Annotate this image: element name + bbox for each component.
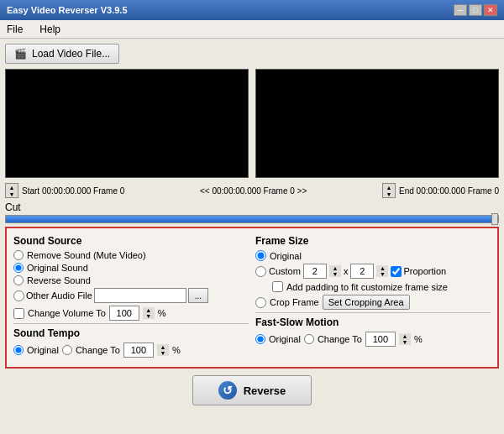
reverse-button[interactable]: ↺ Reverse: [192, 375, 312, 405]
video-panel-left: [5, 69, 249, 178]
fast-slow-title: Fast-Slow Motion: [255, 316, 491, 328]
tempo-spinner[interactable]: ▲ ▼: [157, 344, 169, 356]
middle-time: << 00:00:00.000 Frame 0 >>: [128, 186, 379, 196]
tempo-change-radio[interactable]: [62, 345, 72, 355]
proportion-checkbox[interactable]: [391, 266, 402, 277]
cut-thumb[interactable]: [491, 213, 498, 225]
end-up-arrow[interactable]: ▲: [383, 184, 395, 191]
remove-sound-row: Remove Sound (Mute Video): [13, 250, 249, 260]
reverse-btn-label: Reverse: [244, 384, 286, 397]
load-icon: 🎬: [14, 48, 27, 60]
title-bar: Easy Video Reverser V3.9.5 ─ □ ✕: [0, 0, 504, 20]
motion-change-label: Change To: [318, 334, 362, 344]
cut-slider-fill: [6, 216, 498, 222]
settings-panel: Sound Source Remove Sound (Mute Video) O…: [5, 227, 499, 369]
remove-sound-radio[interactable]: [13, 250, 24, 260]
motion-original-radio[interactable]: [255, 334, 265, 344]
set-crop-button[interactable]: Set Cropping Area: [323, 295, 410, 310]
motion-spinner[interactable]: ▲ ▼: [399, 333, 411, 345]
main-content: 🎬 Load Video File... ▲ ▼ Start 00:00:00.…: [0, 39, 504, 434]
motion-up-arrow[interactable]: ▲: [399, 333, 411, 339]
other-audio-radio[interactable]: [13, 290, 24, 301]
tempo-down-arrow[interactable]: ▼: [157, 350, 169, 356]
frame-width-spinner[interactable]: ▲ ▼: [329, 265, 341, 277]
other-audio-input[interactable]: [94, 288, 186, 303]
proportion-label: Proportion: [403, 266, 446, 276]
motion-percent: %: [414, 334, 423, 344]
volume-percent: %: [158, 308, 166, 318]
frame-custom-radio[interactable]: [255, 266, 266, 277]
start-up-arrow[interactable]: ▲: [6, 184, 18, 191]
tempo-input[interactable]: [123, 342, 154, 358]
end-spinner[interactable]: ▲ ▼: [382, 183, 396, 198]
frame-custom-label: Custom: [269, 266, 301, 276]
frame-height-down[interactable]: ▼: [376, 271, 388, 277]
motion-input[interactable]: [365, 332, 396, 347]
crop-frame-radio[interactable]: [255, 297, 266, 308]
original-sound-row: Original Sound: [13, 263, 249, 273]
padding-checkbox[interactable]: [272, 281, 283, 292]
load-video-button[interactable]: 🎬 Load Video File...: [5, 44, 119, 64]
motion-change-radio[interactable]: [304, 334, 314, 344]
end-down-arrow[interactable]: ▼: [383, 191, 395, 197]
cut-label: Cut: [5, 201, 499, 213]
frame-width-input[interactable]: [303, 264, 327, 279]
motion-down-arrow[interactable]: ▼: [399, 339, 411, 345]
tempo-original-label: Original: [27, 345, 59, 355]
remove-sound-label: Remove Sound (Mute Video): [27, 250, 146, 260]
volume-up-arrow[interactable]: ▲: [143, 307, 155, 313]
tempo-original-radio[interactable]: [13, 345, 24, 355]
toolbar: 🎬 Load Video File...: [5, 44, 499, 64]
volume-down-arrow[interactable]: ▼: [143, 313, 155, 319]
start-down-arrow[interactable]: ▼: [6, 191, 18, 197]
settings-right: Frame Size Original Custom ▲ ▼ x ▲ ▼: [255, 235, 491, 360]
original-sound-label: Original Sound: [27, 263, 88, 273]
frame-height-up[interactable]: ▲: [376, 265, 388, 271]
frame-size-title: Frame Size: [255, 235, 491, 247]
original-sound-radio[interactable]: [13, 263, 24, 273]
frame-original-radio[interactable]: [255, 250, 266, 261]
cut-slider-track[interactable]: [5, 215, 499, 223]
tempo-change-label: Change To: [76, 345, 120, 355]
reverse-btn-area: ↺ Reverse: [5, 375, 499, 405]
close-button[interactable]: ✕: [484, 4, 497, 16]
crop-frame-label: Crop Frame: [270, 297, 319, 307]
menu-help[interactable]: Help: [36, 22, 64, 37]
menu-file[interactable]: File: [3, 22, 26, 37]
reverse-sound-label: Reverse Sound: [27, 275, 91, 285]
proportion-check: Proportion: [391, 266, 446, 277]
menu-bar: File Help: [0, 20, 504, 39]
minimize-button[interactable]: ─: [454, 4, 467, 16]
volume-row: Change Volume To ▲ ▼ %: [13, 306, 249, 321]
window-controls: ─ □ ✕: [454, 4, 497, 16]
browse-button[interactable]: ...: [188, 288, 208, 303]
reverse-sound-row: Reverse Sound: [13, 275, 249, 285]
divider2: [255, 312, 491, 313]
frame-original-row: Original: [255, 250, 491, 261]
end-time: End 00:00:00.000 Frame 0: [399, 186, 499, 196]
timeline-area: ▲ ▼ Start 00:00:00.000 Frame 0 << 00:00:…: [5, 183, 499, 198]
frame-height-spinner[interactable]: ▲ ▼: [376, 265, 388, 277]
tempo-up-arrow[interactable]: ▲: [157, 344, 169, 350]
volume-input[interactable]: [109, 306, 139, 321]
change-volume-checkbox[interactable]: [13, 308, 24, 319]
frame-width-down[interactable]: ▼: [329, 271, 341, 277]
fast-slow-section: Fast-Slow Motion Original Change To ▲ ▼ …: [255, 316, 491, 347]
maximize-button[interactable]: □: [469, 4, 482, 16]
load-btn-label: Load Video File...: [32, 48, 110, 60]
tempo-section: Sound Tempo Original Change To ▲ ▼ %: [13, 327, 249, 358]
change-volume-label: Change Volume To: [28, 308, 106, 318]
video-area: [5, 69, 499, 178]
frame-width-up[interactable]: ▲: [329, 265, 341, 271]
frame-height-input[interactable]: [350, 264, 374, 279]
frame-original-label: Original: [270, 251, 302, 261]
other-audio-label: Other Audio File: [26, 290, 92, 301]
sound-source-title: Sound Source: [13, 235, 249, 247]
reverse-sound-radio[interactable]: [13, 275, 24, 285]
other-audio-row: Other Audio File ...: [13, 288, 249, 303]
volume-spinner[interactable]: ▲ ▼: [143, 307, 155, 319]
frame-x: x: [344, 266, 349, 276]
fast-slow-row: Original Change To ▲ ▼ %: [255, 332, 491, 347]
start-spinner[interactable]: ▲ ▼: [5, 183, 18, 198]
cut-section: Cut: [5, 201, 499, 223]
